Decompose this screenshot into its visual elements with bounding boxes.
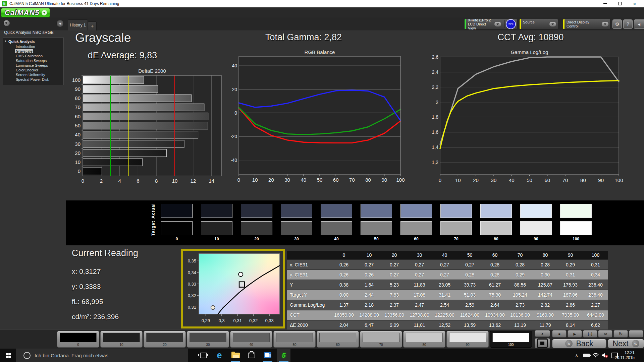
refresh-button[interactable]: ↻ <box>613 330 628 338</box>
play-button[interactable]: ▶ <box>568 330 582 338</box>
battery-tray-button[interactable] <box>582 349 591 362</box>
target-swatch-100 <box>560 221 592 235</box>
window-titlebar: 5 CalMAN 5 CalMAN Ultimate for Business … <box>0 0 644 7</box>
pattern-tile-10[interactable]: 10 <box>100 331 143 348</box>
measure-range-button[interactable]: [··] <box>583 330 597 338</box>
sidebar-item-cms-calibration[interactable]: CMS Calibration <box>3 54 63 58</box>
calman-logo-text: CalMAN5 <box>5 8 40 17</box>
refresh-icon: ↻ <box>619 331 623 337</box>
meter-dropdown[interactable]: X-Rite i1Pro 2 LCD Direct View 229 <box>464 19 517 29</box>
table-value-cell: 6442,00 <box>583 310 608 320</box>
edge-taskbar-button[interactable]: e <box>213 349 226 362</box>
svg-text:20: 20 <box>75 150 80 156</box>
workflow-tree: Quick Analysis IntroductionGrayscaleCMS … <box>3 38 64 85</box>
display-control-dropdown[interactable]: Direct Display Control <box>563 19 610 29</box>
actual-swatch-40 <box>321 204 352 218</box>
pattern-tile-70[interactable]: 70 <box>360 331 402 348</box>
table-value-cell: 236,40 <box>583 290 608 300</box>
pattern-tile-label: 60 <box>317 343 359 347</box>
pattern-swatch <box>276 333 313 342</box>
table-header-cell: 60 <box>482 251 507 260</box>
svg-text:0: 0 <box>234 110 237 116</box>
back-button[interactable]: « Back <box>552 339 606 348</box>
table-value-cell: 11,79 <box>533 320 558 330</box>
stop-button[interactable]: ■ <box>552 330 567 338</box>
table-row-label: y: CIE31 <box>287 270 331 280</box>
table-value-cell: 0,26 <box>357 270 382 280</box>
target-swatch-90 <box>520 221 552 235</box>
pattern-tile-30[interactable]: 30 <box>187 331 229 348</box>
sidebar-item-spectral-power-dist-[interactable]: Spectral Power Dist. <box>3 77 63 81</box>
tab-history-1[interactable]: History 1 <box>68 19 88 31</box>
actual-swatch-20 <box>241 204 272 218</box>
pattern-tile-20[interactable]: 20 <box>144 331 186 348</box>
calman-taskbar-button[interactable]: 5 <box>277 349 290 362</box>
start-button[interactable] <box>0 349 16 362</box>
sidebar-item-screen-uniformity[interactable]: Screen Uniformity <box>3 73 63 77</box>
tab-add-button[interactable]: + <box>88 21 97 31</box>
table-value-cell: 12225,00 <box>432 310 457 320</box>
workflow-radio-icon[interactable] <box>3 20 10 26</box>
svg-text:100: 100 <box>72 77 80 83</box>
close-button[interactable]: × <box>627 0 642 7</box>
network-tray-button[interactable] <box>591 349 600 362</box>
pattern-tile-60[interactable]: 60 <box>317 331 359 348</box>
table-value-cell: 2,47 <box>407 300 432 310</box>
clock[interactable]: 12:21 20.11.2015 <box>615 350 635 360</box>
source-dropdown[interactable]: Source <box>519 19 558 29</box>
table-value-cell: 2,44 <box>357 290 382 300</box>
minimize-button[interactable] <box>598 0 612 7</box>
next-button[interactable]: Next » <box>608 339 644 348</box>
sidebar-collapse-button[interactable]: ◀ <box>56 20 64 27</box>
svg-text:RGB Balance: RGB Balance <box>305 49 335 55</box>
table-row-label: CCT <box>287 310 331 320</box>
office-app-taskbar-button[interactable] <box>261 349 274 362</box>
pattern-tile-40[interactable]: 40 <box>230 331 272 348</box>
table-value-cell: 2,54 <box>432 300 457 310</box>
sidebar-item-grayscale[interactable]: Grayscale <box>3 49 63 53</box>
table-header-cell: 50 <box>457 251 482 260</box>
calman-5-icon: 5 <box>282 352 285 359</box>
file-explorer-taskbar-button[interactable] <box>229 349 242 362</box>
restore-button[interactable] <box>612 0 627 7</box>
sidebar-item-introduction[interactable]: Introduction <box>3 45 63 49</box>
cortana-placeholder: Ich bin Cortana. Frag mich etwas. <box>35 353 110 358</box>
extra-button[interactable] <box>629 330 643 338</box>
sidebar-item-colorchecker[interactable]: ColorChecker <box>3 68 63 72</box>
svg-text:0,32: 0,32 <box>188 293 196 298</box>
help-button[interactable]: ? <box>623 19 633 29</box>
pattern-tile-50[interactable]: 50 <box>273 331 316 348</box>
table-value-cell: 0,28 <box>457 270 482 280</box>
settings-button[interactable]: ⚙ <box>612 19 622 29</box>
pattern-tile-100[interactable]: 100 <box>490 331 532 348</box>
cortana-icon <box>23 352 31 359</box>
pattern-tile-80[interactable]: 80 <box>403 331 445 348</box>
pattern-up-button[interactable]: ▲ <box>535 330 550 337</box>
table-row-label: Gamma Log/Log <box>287 300 331 310</box>
target-swatch-0 <box>161 221 193 235</box>
sidebar-item-saturation-sweeps[interactable]: Saturation Sweeps <box>3 59 63 63</box>
panel-collapse-button[interactable]: ◀ <box>634 19 644 29</box>
pattern-window-toggle[interactable] <box>535 338 550 348</box>
clock-date: 20.11.2015 <box>615 355 635 360</box>
next-label: Next <box>612 339 628 348</box>
pattern-tile-90[interactable]: 90 <box>446 331 489 348</box>
cortana-search-input[interactable]: Ich bin Cortana. Frag mich etwas. <box>16 349 188 362</box>
table-value-cell: 88,56 <box>507 280 533 290</box>
tray-expand-button[interactable]: ∧ <box>572 349 581 362</box>
pattern-tile-0[interactable]: 0 <box>57 331 99 348</box>
tree-group-quick-analysis[interactable]: Quick Analysis <box>3 39 63 44</box>
calman-menu-button[interactable]: CalMAN5 <box>1 8 50 18</box>
svg-text:80: 80 <box>75 95 80 101</box>
store-taskbar-button[interactable] <box>245 349 258 362</box>
workflow-title: Quick Analysis NBC sRGB <box>4 30 54 35</box>
task-view-button[interactable] <box>197 349 210 362</box>
table-value-cell: 187,06 <box>558 290 583 300</box>
windows-logo-icon <box>6 353 11 358</box>
table-value-cell: 0,29 <box>507 270 533 280</box>
volume-tray-button[interactable] <box>600 349 610 362</box>
table-value-cell: 12798,00 <box>407 310 432 320</box>
continuous-button[interactable]: ∞ <box>598 330 612 338</box>
pattern-tile-label: 50 <box>274 343 315 347</box>
sidebar-item-luminance-sweeps[interactable]: Luminance Sweeps <box>3 63 63 67</box>
